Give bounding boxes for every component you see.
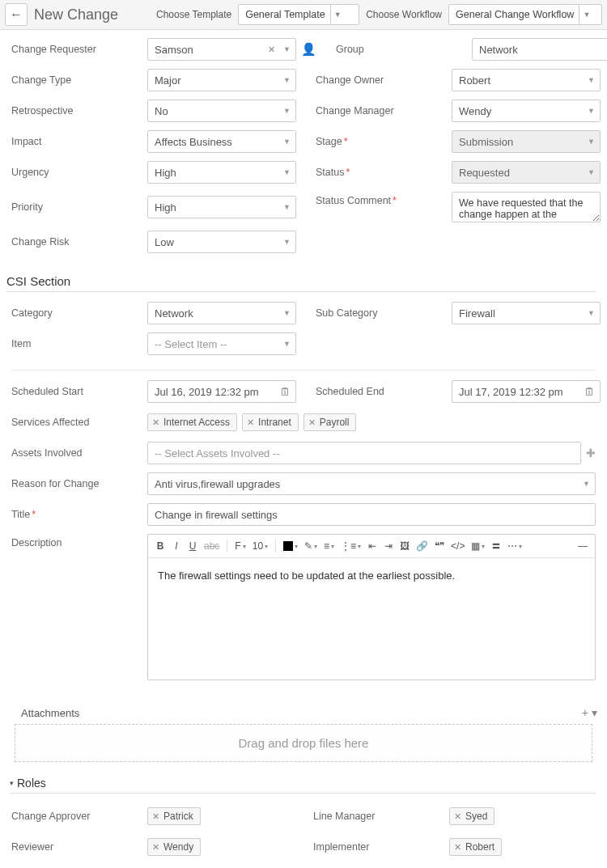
close-icon[interactable]: ✕ [308,417,316,428]
minimize-button[interactable]: — [575,538,590,554]
separator [227,540,227,553]
assets-placeholder: -- Select Assets Involved -- [155,447,575,459]
priority-select[interactable]: High ▼ [147,196,296,218]
change-requester-field[interactable]: Samson ✕ ▼ [147,38,296,61]
retrospective-value: No [155,105,280,117]
rte-body[interactable]: The firewall settings need to be updated… [148,558,595,680]
quote-button[interactable]: ❝❞ [432,538,447,554]
scheduled-end-value: Jul 17, 2019 12:32 pm [459,386,584,398]
status-select[interactable]: Requested ▼ [452,161,601,184]
service-tag[interactable]: ✕Intranet [242,413,299,431]
sub-category-select[interactable]: Firewall ▼ [452,302,601,324]
calendar-icon[interactable]: 🗓 [584,386,595,398]
workflow-value: General Change Workflow [456,9,574,20]
priority-label: Priority [11,201,147,213]
font-family-button[interactable]: F [232,538,248,554]
chevron-down-icon: ▼ [583,480,590,488]
title-input[interactable]: Change in firewall settings [147,503,596,526]
reason-select[interactable]: Anti virus,firewall upgrades ▼ [147,472,596,495]
line-manager-tag[interactable]: ✕Syed [449,807,495,825]
group-label: Group [336,44,472,55]
link-button[interactable]: 🔗 [414,538,431,554]
chevron-down-icon: ▼ [588,168,595,176]
group-select[interactable]: Network ▼ [472,38,607,61]
change-approver-tag[interactable]: ✕Patrick [147,807,201,825]
item-label: Item [11,338,147,349]
change-approver-label: Change Approver [11,811,147,822]
close-icon[interactable]: ✕ [152,417,159,428]
plus-icon[interactable]: ✚ [586,447,596,459]
scheduled-start-field[interactable]: Jul 16, 2019 12:32 pm 🗓 [147,380,296,403]
service-tag[interactable]: ✕Internet Access [147,413,237,431]
add-person-icon[interactable]: 👤 [301,42,316,57]
retrospective-select[interactable]: No ▼ [147,100,296,122]
close-icon[interactable]: ✕ [454,811,461,822]
impact-value: Affects Business [155,136,280,148]
close-icon[interactable]: ✕ [454,842,461,853]
stage-value: Submission [459,136,584,148]
urgency-select[interactable]: High ▼ [147,161,296,184]
clear-icon[interactable]: ✕ [268,44,275,55]
csi-section-title: CSI Section [6,271,596,292]
bold-button[interactable]: B [153,538,168,554]
font-size-button[interactable]: 10 [250,538,270,554]
reviewer-tag[interactable]: ✕Wendy [147,838,201,856]
attachments-section: Attachments +▾ Drag and drop files here [6,703,601,762]
change-risk-label: Change Risk [11,236,147,248]
reason-label: Reason for Change [11,478,147,489]
attachment-menu-icon[interactable]: ▾ [592,706,601,719]
status-comment-field[interactable]: We have requested that the change happen… [452,192,601,222]
highlight-button[interactable]: ✎ [302,538,320,554]
change-type-select[interactable]: Major ▼ [147,69,296,91]
table-button[interactable]: ▦ [469,538,487,554]
back-button[interactable]: ← [5,3,28,26]
list-button[interactable]: ⋮≡ [338,538,363,554]
close-icon[interactable]: ✕ [247,417,254,428]
retrospective-label: Retrospective [11,105,147,116]
implementer-tag[interactable]: ✕Robert [449,838,502,856]
close-icon[interactable]: ✕ [152,811,159,822]
close-icon[interactable]: ✕ [152,842,159,853]
chevron-down-icon: ▼ [283,138,291,146]
services-affected-field[interactable]: ✕Internet Access ✕Intranet ✕Payroll [147,413,596,431]
stage-label: Stage* [316,136,452,147]
roles-header[interactable]: ▾ Roles [10,777,596,794]
category-select[interactable]: Network ▼ [147,302,296,324]
dropzone[interactable]: Drag and drop files here [15,724,592,762]
item-select[interactable]: -- Select Item -- ▼ [147,332,296,355]
scheduled-end-label: Scheduled End [316,386,452,397]
category-label: Category [11,307,147,319]
scheduled-end-field[interactable]: Jul 17, 2019 12:32 pm 🗓 [452,380,601,403]
change-owner-select[interactable]: Robert ▼ [452,69,601,91]
template-select[interactable]: General Template ▼ [238,4,359,25]
underline-button[interactable]: U [185,538,200,554]
image-button[interactable]: 🖼 [397,538,412,554]
assets-involved-select[interactable]: -- Select Assets Involved -- [147,442,581,464]
chevron-down-icon: ▼ [579,5,593,24]
scheduled-start-label: Scheduled Start [11,386,147,397]
change-manager-select[interactable]: Wendy ▼ [452,100,601,122]
service-tag[interactable]: ✕Payroll [304,413,357,431]
stage-select[interactable]: Submission ▼ [452,130,601,153]
add-attachment-icon[interactable]: + [582,706,592,719]
change-requester-value: Samson [155,44,268,56]
calendar-icon[interactable]: 🗓 [280,386,291,398]
category-value: Network [155,307,280,320]
services-affected-label: Services Affected [11,417,147,428]
indent-button[interactable]: ⇥ [381,538,396,554]
text-color-button[interactable] [281,538,300,554]
rte-toolbar: B I U abc F 10 ✎ ≡ ⋮≡ ⇤ ⇥ 🖼 🔗 ❝❞ [148,535,595,558]
code-button[interactable]: </> [448,538,467,554]
impact-select[interactable]: Affects Business ▼ [147,130,296,153]
change-requester-label: Change Requester [11,44,147,55]
change-risk-select[interactable]: Low ▼ [147,231,296,253]
more-button[interactable]: ⋯ [505,538,524,554]
italic-button[interactable]: I [169,538,184,554]
hr-button[interactable]: 〓 [489,538,503,554]
change-manager-label: Change Manager [316,105,452,116]
outdent-button[interactable]: ⇤ [365,538,380,554]
align-button[interactable]: ≡ [321,538,337,554]
workflow-select[interactable]: General Change Workflow ▼ [448,4,602,25]
status-value: Requested [459,167,584,179]
strikethrough-button[interactable]: abc [202,538,222,554]
